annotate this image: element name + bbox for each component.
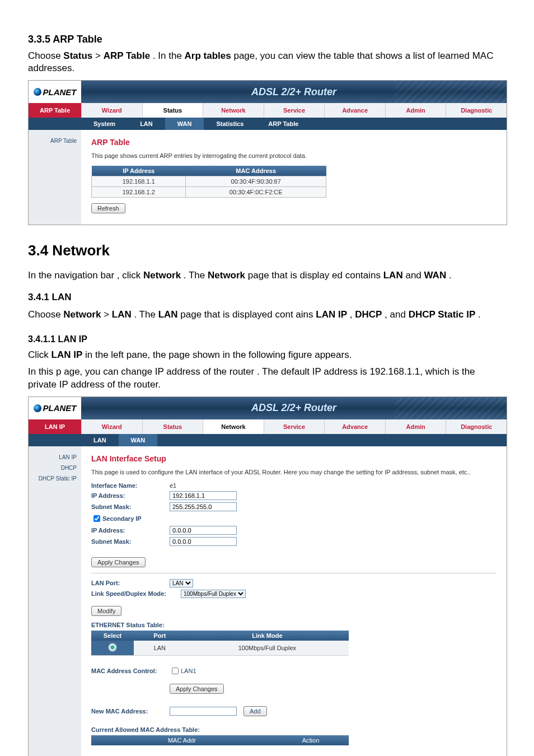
text: >	[95, 50, 104, 61]
globe-icon	[34, 404, 41, 412]
apply-changes-button-2[interactable]: Apply Changes	[170, 684, 224, 694]
tab-status[interactable]: Status	[142, 419, 203, 434]
tab-status[interactable]: Status	[142, 103, 203, 118]
radio-icon	[108, 643, 117, 652]
refresh-button[interactable]: Refresh	[91, 203, 125, 213]
heading-lan: 3.4.1 LAN	[28, 292, 506, 303]
col-linkmode: Link Mode	[186, 631, 349, 641]
left-item-arptable[interactable]: ARP Table	[29, 136, 81, 146]
text-bold: ARP Table	[104, 50, 150, 61]
tab-advance[interactable]: Advance	[324, 419, 385, 434]
text: page that is displayed cont ains	[180, 309, 316, 320]
secondary-ip-checkbox[interactable]	[93, 515, 100, 522]
text: In the navigation bar , click	[28, 270, 143, 281]
text: page that is display ed contains	[248, 270, 383, 281]
top-nav: ARP Table Wizard Status Network Service …	[29, 103, 507, 118]
subnav-lan[interactable]: LAN	[81, 434, 119, 446]
subnav-system[interactable]: System	[81, 118, 128, 130]
subnav-wan[interactable]: WAN	[119, 434, 158, 446]
tab-wizard[interactable]: Wizard	[81, 103, 142, 118]
content: ARP Table ARP Table This page shows curr…	[29, 130, 507, 225]
nav-section-label: LAN IP	[29, 419, 81, 434]
tab-network[interactable]: Network	[203, 419, 264, 434]
tab-advance[interactable]: Advance	[324, 103, 385, 118]
subnet-mask-field[interactable]	[170, 502, 237, 511]
link-mode-select[interactable]: 100Mbps/Full Duplex	[181, 590, 246, 598]
tab-admin[interactable]: Admin	[385, 103, 446, 118]
globe-icon	[34, 88, 41, 96]
text: .	[478, 309, 481, 320]
product-title: ADSL 2/2+ Router	[81, 397, 507, 419]
text: and	[405, 270, 424, 281]
brand-text: PLANET	[43, 87, 77, 97]
label-ethstatus: ETHERNET Status Table:	[91, 622, 165, 628]
paragraph-lan-intro: Choose Network > LAN . The LAN page that…	[28, 309, 506, 321]
tab-admin[interactable]: Admin	[385, 419, 446, 434]
panel-title: LAN Interface Setup	[91, 454, 496, 463]
label-macctrl: MAC Address Control:	[91, 668, 170, 674]
new-mac-field[interactable]	[170, 707, 237, 716]
add-button[interactable]: Add	[243, 706, 267, 716]
subnav-lan[interactable]: LAN	[128, 118, 165, 130]
left-nav: ARP Table	[29, 130, 81, 225]
ip-address-field[interactable]	[170, 491, 237, 500]
row-ip: IP Address:	[91, 491, 496, 500]
mac-lan1-checkbox[interactable]	[172, 668, 179, 674]
content: LAN IP DHCP DHCP Static IP LAN Interface…	[29, 446, 507, 756]
paragraph-network-intro: In the navigation bar , click Network . …	[28, 269, 506, 282]
col-port: Port	[134, 631, 186, 641]
label-lanport: LAN Port:	[91, 580, 170, 586]
left-item-dhcpstatic[interactable]: DHCP Static IP	[29, 473, 81, 484]
subnav-arptable[interactable]: ARP Table	[256, 118, 311, 130]
tab-diagnostic[interactable]: Diagnostic	[446, 103, 507, 118]
subnav-statistics[interactable]: Statistics	[204, 118, 256, 130]
left-item-dhcp[interactable]: DHCP	[29, 463, 81, 473]
heading-network: 3.4 Network	[28, 242, 506, 259]
modify-button[interactable]: Modify	[91, 606, 121, 616]
label-newmac: New MAC Address:	[91, 708, 170, 715]
row-lanport: LAN Port: LAN	[91, 579, 496, 587]
apply-changes-button[interactable]: Apply Changes	[91, 557, 146, 567]
eth-status-title: ETHERNET Status Table:	[91, 622, 496, 628]
subnav-spacer	[29, 434, 81, 446]
text: .	[449, 270, 452, 281]
label-secondary: Secondary IP	[102, 515, 142, 522]
text-bold: LAN IP	[316, 309, 347, 320]
text-bold: Status	[63, 50, 92, 61]
tab-wizard[interactable]: Wizard	[81, 419, 142, 434]
top-nav: LAN IP Wizard Status Network Service Adv…	[29, 419, 507, 434]
text-bold: LAN IP	[51, 349, 83, 360]
tab-service[interactable]: Service	[264, 103, 325, 118]
sub-nav: System LAN WAN Statistics ARP Table	[29, 118, 507, 130]
cell-mac: 00:30:4F:0C:F2:CE	[186, 187, 326, 198]
secondary-ip-field[interactable]	[170, 526, 237, 535]
tab-service[interactable]: Service	[264, 419, 325, 434]
row-mask2: Subnet Mask:	[91, 537, 496, 546]
text: . In the	[153, 50, 185, 61]
brand-text: PLANET	[43, 403, 77, 413]
logo: PLANET	[29, 81, 81, 103]
text-bold: LAN	[383, 270, 403, 281]
arp-router-screenshot: PLANET ADSL 2/2+ Router ARP Table Wizard…	[28, 80, 507, 225]
text: , and	[385, 309, 409, 320]
router-header: PLANET ADSL 2/2+ Router	[29, 81, 507, 103]
text-bold: Network	[63, 309, 101, 320]
left-item-lanip[interactable]: LAN IP	[29, 452, 81, 463]
router-header: PLANET ADSL 2/2+ Router	[29, 397, 507, 419]
cell-select[interactable]	[91, 641, 134, 656]
text-bold: Network	[143, 270, 181, 281]
tab-network[interactable]: Network	[203, 103, 264, 118]
col-mac: MAC Address	[186, 166, 326, 176]
panel-title: ARP Table	[91, 138, 496, 147]
tab-diagnostic[interactable]: Diagnostic	[446, 419, 507, 434]
lan-port-select[interactable]: LAN	[170, 579, 193, 587]
paragraph-lanip-2: In this p age, you can change IP address…	[28, 366, 506, 390]
col-action: Action	[273, 735, 349, 745]
panel-desc: This page is used to configure the LAN i…	[91, 469, 496, 475]
subnav-wan[interactable]: WAN	[165, 118, 204, 130]
panel-body: LAN Interface Setup This page is used to…	[81, 446, 507, 756]
subnav-spacer	[29, 118, 81, 130]
secondary-mask-field[interactable]	[170, 537, 237, 546]
paragraph-arp-intro: Choose Status > ARP Table . In the Arp t…	[28, 50, 506, 74]
label-ifname: Interface Name:	[91, 482, 170, 489]
